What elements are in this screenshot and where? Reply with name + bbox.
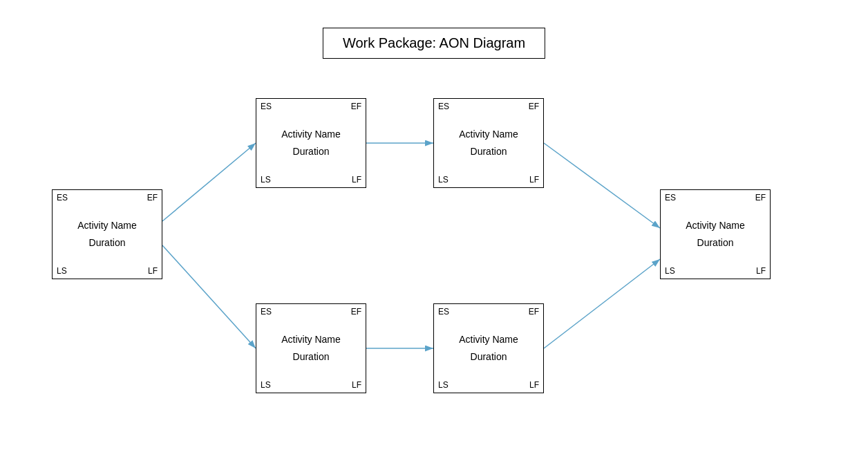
lf-label: LF [352, 380, 361, 390]
ls-label: LS [57, 266, 67, 276]
lf-label: LF [756, 266, 766, 276]
duration: Duration [293, 143, 330, 160]
ef-label: EF [147, 193, 158, 203]
ls-label: LS [665, 266, 675, 276]
es-label: ES [438, 102, 449, 111]
node-top-mid: ES EF Activity Name Duration LS LF [256, 98, 366, 188]
node-bot-mid: ES EF Activity Name Duration LS LF [256, 303, 366, 393]
svg-line-1 [162, 143, 256, 221]
duration: Duration [471, 348, 507, 366]
node-bot-right-mid: ES EF Activity Name Duration LS LF [433, 303, 544, 393]
lf-label: LF [352, 175, 361, 185]
es-label: ES [665, 193, 676, 203]
page-title: Work Package: AON Diagram [323, 28, 545, 59]
duration: Duration [293, 348, 330, 366]
ls-label: LS [438, 175, 449, 185]
node-right: ES EF Activity Name Duration LS LF [660, 189, 771, 279]
activity-name: Activity Name [281, 331, 341, 348]
activity-name: Activity Name [686, 217, 745, 234]
ef-label: EF [529, 307, 539, 317]
ef-label: EF [529, 102, 539, 111]
es-label: ES [261, 307, 272, 317]
duration: Duration [697, 234, 734, 252]
svg-line-5 [544, 143, 660, 228]
ef-label: EF [351, 307, 361, 317]
node-left: ES EF Activity Name Duration LS LF [52, 189, 162, 279]
lf-label: LF [529, 175, 539, 185]
activity-name: Activity Name [281, 126, 341, 143]
ef-label: EF [755, 193, 766, 203]
ls-label: LS [261, 175, 271, 185]
es-label: ES [57, 193, 68, 203]
es-label: ES [438, 307, 449, 317]
duration: Duration [89, 234, 126, 252]
ls-label: LS [438, 380, 449, 390]
svg-line-2 [162, 245, 256, 348]
ls-label: LS [261, 380, 271, 390]
lf-label: LF [529, 380, 539, 390]
activity-name: Activity Name [459, 331, 518, 348]
ef-label: EF [351, 102, 361, 111]
activity-name: Activity Name [459, 126, 518, 143]
node-top-right-mid: ES EF Activity Name Duration LS LF [433, 98, 544, 188]
es-label: ES [261, 102, 272, 111]
duration: Duration [471, 143, 507, 160]
lf-label: LF [148, 266, 158, 276]
activity-name: Activity Name [77, 217, 137, 234]
svg-line-6 [544, 259, 660, 348]
